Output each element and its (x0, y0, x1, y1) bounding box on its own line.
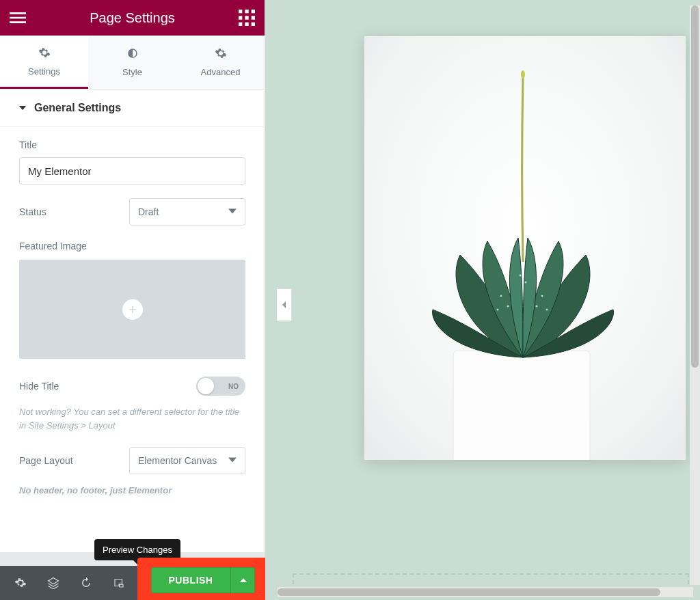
svg-rect-6 (239, 23, 242, 26)
tab-advanced[interactable]: Advanced (176, 36, 265, 89)
section-content: Title Status Draft Featured Image Hide (0, 127, 265, 503)
page-image[interactable] (364, 36, 686, 460)
svg-point-17 (536, 305, 538, 308)
publish-button-group: PUBLISH (151, 567, 256, 593)
gear-icon (215, 47, 227, 62)
svg-point-19 (520, 275, 522, 277)
svg-point-14 (507, 305, 509, 308)
navigator-icon[interactable] (38, 566, 68, 600)
svg-rect-4 (245, 16, 248, 19)
svg-rect-5 (252, 16, 255, 19)
status-value: Draft (138, 206, 159, 217)
status-select[interactable]: Draft (129, 198, 245, 226)
svg-point-13 (500, 295, 502, 297)
panel-body: General Settings Title Status Draft Feat… (0, 90, 265, 552)
featured-image-upload[interactable] (19, 260, 245, 359)
gear-icon (38, 46, 51, 61)
widgets-grid-icon[interactable] (236, 7, 258, 29)
section-general-settings[interactable]: General Settings (0, 90, 265, 127)
svg-rect-10 (453, 351, 590, 460)
menu-icon[interactable] (7, 7, 29, 29)
svg-point-20 (525, 282, 527, 284)
hide-title-toggle[interactable]: NO (196, 377, 245, 396)
tab-label: Style (122, 67, 142, 77)
svg-rect-0 (239, 10, 242, 13)
publish-options-button[interactable] (230, 567, 255, 593)
chevron-down-icon (228, 455, 237, 466)
svg-point-12 (521, 70, 525, 79)
plus-icon (122, 299, 143, 320)
page-layout-label: Page Layout (19, 455, 73, 466)
scrollbar-thumb[interactable] (691, 5, 699, 368)
caret-down-icon (19, 102, 26, 114)
scrollbar-thumb[interactable] (278, 588, 660, 596)
status-label: Status (19, 206, 46, 217)
page-layout-select[interactable]: Elementor Canvas (129, 447, 245, 474)
svg-rect-3 (239, 16, 242, 19)
publish-button[interactable]: PUBLISH (151, 575, 231, 586)
panel-footer: Preview Changes PUBLISH (0, 566, 265, 600)
section-heading: General Settings (34, 102, 121, 114)
publish-highlight: PUBLISH (137, 558, 269, 600)
tab-label: Advanced (201, 67, 241, 77)
settings-panel: Page Settings Settings Style Advanced Ge… (0, 0, 265, 600)
title-input[interactable] (19, 157, 245, 185)
panel-tabs: Settings Style Advanced (0, 36, 265, 90)
svg-rect-2 (252, 10, 255, 13)
svg-rect-1 (245, 10, 248, 13)
tab-label: Settings (28, 66, 60, 77)
contrast-icon (126, 47, 139, 62)
panel-title: Page Settings (29, 10, 236, 26)
tab-style[interactable]: Style (88, 36, 176, 89)
svg-point-16 (541, 295, 543, 297)
history-icon[interactable] (71, 566, 101, 600)
canvas-preview[interactable] (265, 0, 700, 600)
settings-icon[interactable] (5, 566, 36, 600)
svg-rect-7 (245, 23, 248, 26)
horizontal-scrollbar[interactable] (278, 587, 693, 597)
svg-rect-8 (252, 23, 255, 26)
tab-settings[interactable]: Settings (0, 36, 88, 89)
svg-point-15 (497, 309, 499, 311)
page-layout-value: Elementor Canvas (138, 455, 217, 466)
panel-header: Page Settings (0, 0, 265, 36)
canvas-inner (278, 4, 696, 596)
hide-title-label: Hide Title (19, 381, 59, 392)
responsive-icon[interactable] (104, 566, 134, 600)
svg-point-18 (546, 309, 548, 311)
hide-title-help: Not working? You can set a different sel… (19, 405, 245, 432)
toggle-state: NO (228, 383, 239, 390)
featured-image-label: Featured Image (19, 241, 245, 251)
chevron-down-icon (228, 206, 237, 217)
vertical-scrollbar[interactable] (690, 5, 700, 585)
page-layout-help: No header, no footer, just Elementor (19, 484, 245, 497)
title-label: Title (19, 139, 245, 150)
toggle-knob (198, 378, 214, 394)
collapse-panel-button[interactable] (277, 288, 292, 321)
